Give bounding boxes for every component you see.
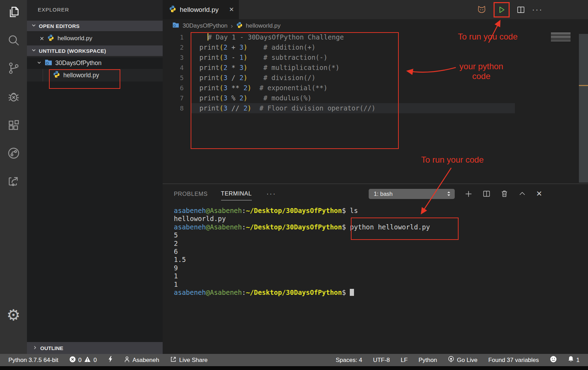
feedback-status[interactable] xyxy=(550,356,557,364)
breadcrumb-separator: › xyxy=(231,22,233,30)
tree-folder-label: 30DaysOfPython xyxy=(55,59,101,67)
code-editor[interactable]: 1 # Day 1 - 30DaysOfPython Challenge2pri… xyxy=(163,32,588,184)
live-share-label: Live Share xyxy=(179,357,207,364)
tab-bar: helloworld.py ✕ ··· xyxy=(163,0,588,19)
outline-section[interactable]: OUTLINE xyxy=(27,342,163,354)
code-line[interactable]: 2print(2 + 3) # addition(+) xyxy=(163,42,588,52)
line-number: 1 xyxy=(163,32,184,42)
terminal-line: 9 xyxy=(174,264,588,272)
maximize-panel-icon[interactable] xyxy=(518,190,526,198)
language-mode-status[interactable]: Python xyxy=(418,357,437,364)
share-icon[interactable] xyxy=(0,175,27,188)
notifications-status[interactable]: 1 xyxy=(568,356,580,364)
go-live-label: Go Live xyxy=(457,357,477,364)
close-panel-icon[interactable]: ✕ xyxy=(536,190,542,198)
terminal-line: 5 xyxy=(174,231,588,239)
more-actions-icon[interactable]: ··· xyxy=(532,5,543,14)
scrollbar-line-marker xyxy=(579,85,588,86)
commit-graph-icon[interactable] xyxy=(0,147,27,160)
terminal-line: 6 xyxy=(174,248,588,256)
open-editor-item[interactable]: ✕ helloworld.py xyxy=(27,33,163,44)
warning-icon xyxy=(84,356,91,364)
kill-terminal-trash-icon[interactable] xyxy=(500,190,509,198)
language-label: Python xyxy=(418,357,437,364)
terminal-line: 1 xyxy=(174,280,588,289)
terminal-line: 1.5 xyxy=(174,256,588,264)
tree-file-label: helloworld.py xyxy=(63,72,99,79)
breadcrumb-folder[interactable]: 30DaysOfPython xyxy=(183,22,228,29)
cat-extension-icon[interactable] xyxy=(476,5,487,15)
split-editor-icon[interactable] xyxy=(516,5,525,14)
code-line[interactable]: 8print(3 // 2) # Floor division operator… xyxy=(163,103,588,113)
select-arrows-icon xyxy=(446,191,451,197)
live-share-status[interactable]: Live Share xyxy=(170,356,207,364)
line-number: 8 xyxy=(163,103,184,113)
run-button-annotation-box xyxy=(494,2,510,17)
minimap[interactable] xyxy=(551,33,571,41)
settings-gear-icon[interactable]: ⚙ xyxy=(0,307,27,323)
run-code-icon[interactable] xyxy=(497,6,506,14)
explorer-sidebar: EXPLORER OPEN EDITORS ✕ helloworld.py UN… xyxy=(27,0,163,354)
extensions-icon[interactable] xyxy=(0,119,27,132)
chevron-down-icon xyxy=(37,59,42,67)
python-interpreter-status[interactable]: Python 3.7.5 64-bit xyxy=(8,357,58,364)
status-bar: Python 3.7.5 64-bit 0 0 Asabeneh Live Sh… xyxy=(0,354,588,366)
tree-file-helloworld[interactable]: helloworld.py xyxy=(27,69,163,81)
notification-count: 1 xyxy=(576,357,580,364)
panel-more-icon[interactable]: ··· xyxy=(267,190,276,198)
code-line[interactable]: 5print(3 / 2) # division(/) xyxy=(163,73,588,83)
eol-label: LF xyxy=(401,357,408,364)
code-line[interactable]: 3print(3 - 1) # subtraction(-) xyxy=(163,52,588,63)
shell-selector[interactable]: 1: bash xyxy=(369,189,455,199)
debug-icon[interactable] xyxy=(0,90,27,104)
explorer-icon[interactable] xyxy=(0,6,27,19)
tab-helloworld[interactable]: helloworld.py ✕ xyxy=(163,0,239,19)
error-count: 0 xyxy=(78,357,82,364)
code-line[interactable]: 7print(3 % 2) # modulus(%) xyxy=(163,93,588,103)
python-file-icon xyxy=(236,22,243,30)
warning-count: 0 xyxy=(93,357,97,364)
terminal-line: asabeneh@Asabeneh:~/Desktop/30DaysOfPyth… xyxy=(174,289,588,297)
error-icon xyxy=(69,356,76,364)
indent-guide xyxy=(43,69,43,81)
line-number: 7 xyxy=(163,93,184,103)
activity-bar: ⚙ xyxy=(0,0,27,354)
python-file-icon xyxy=(47,34,54,43)
open-editors-label: OPEN EDITORS xyxy=(39,23,80,29)
terminal-output[interactable]: asabeneh@Asabeneh:~/Desktop/30DaysOfPyth… xyxy=(163,204,588,297)
folder-icon xyxy=(44,59,52,67)
breadcrumb: 30DaysOfPython › helloworld.py xyxy=(163,19,588,32)
line-number: 3 xyxy=(163,52,184,63)
code-line[interactable]: 1 # Day 1 - 30DaysOfPython Challenge xyxy=(163,32,588,42)
source-control-icon[interactable] xyxy=(0,62,27,75)
terminal-line: asabeneh@Asabeneh:~/Desktop/30DaysOfPyth… xyxy=(174,207,588,215)
split-terminal-icon[interactable] xyxy=(482,190,491,198)
person-icon xyxy=(124,356,130,364)
code-line[interactable]: 6print(3 ** 2) # exponential(**) xyxy=(163,83,588,93)
account-status[interactable]: Asabeneh xyxy=(124,356,160,364)
encoding-status[interactable]: UTF-8 xyxy=(373,357,390,364)
close-icon[interactable]: ✕ xyxy=(229,6,234,13)
variables-status[interactable]: Found 37 variables xyxy=(488,357,539,364)
code-lines: 1 # Day 1 - 30DaysOfPython Challenge2pri… xyxy=(163,32,588,113)
close-icon[interactable]: ✕ xyxy=(40,35,44,42)
code-line[interactable]: 4print(2 * 3) # multiplication(*) xyxy=(163,63,588,73)
go-live-status[interactable]: Go Live xyxy=(448,356,477,364)
breadcrumb-file[interactable]: helloworld.py xyxy=(246,22,281,29)
tab-problems[interactable]: PROBLEMS xyxy=(174,187,208,200)
indentation-status[interactable]: Spaces: 4 xyxy=(336,357,362,364)
eol-status[interactable]: LF xyxy=(401,357,408,364)
panel-header: PROBLEMS TERMINAL ··· 1: bash ✕ xyxy=(163,184,588,204)
sidebar-title: EXPLORER xyxy=(38,7,69,13)
new-terminal-icon[interactable] xyxy=(464,190,473,198)
workspace-section[interactable]: UNTITLED (WORKSPACE) xyxy=(27,45,163,56)
problems-status[interactable]: 0 0 xyxy=(69,356,97,364)
tree-folder-30daysofpython[interactable]: 30DaysOfPython xyxy=(27,57,163,69)
search-icon[interactable] xyxy=(0,34,27,47)
tab-terminal[interactable]: TERMINAL xyxy=(221,187,252,200)
editor-scrollbar[interactable] xyxy=(579,34,588,183)
power-status[interactable] xyxy=(108,356,113,364)
terminal-line: 2 xyxy=(174,240,588,248)
open-editors-section[interactable]: OPEN EDITORS xyxy=(27,21,163,31)
tab-label: helloworld.py xyxy=(180,6,219,14)
